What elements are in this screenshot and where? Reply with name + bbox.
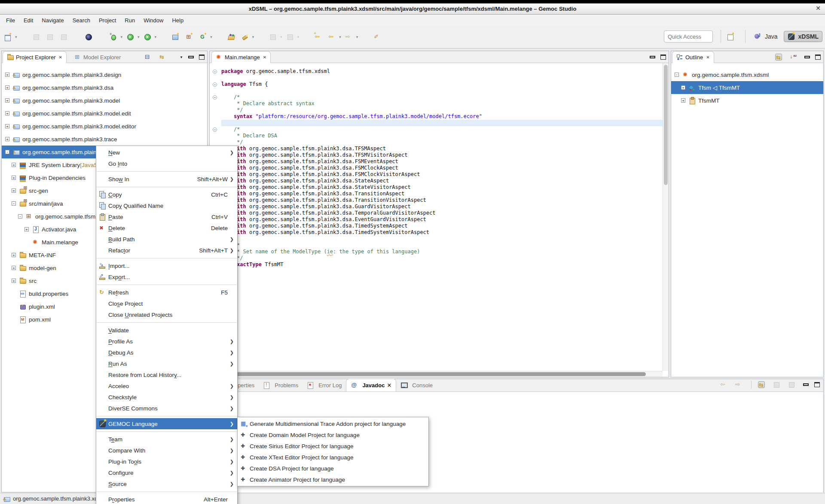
search-button[interactable]: ▾ — [241, 32, 255, 42]
tree-row[interactable]: +TfsmMT — [671, 94, 823, 107]
submenu-item-create-sirius-editor-project-for-language[interactable]: Create Sirius Editor Project for languag… — [238, 440, 428, 452]
menu-item-properties[interactable]: PropertiesAlt+Enter — [96, 494, 237, 504]
chevron-down-icon[interactable]: ▾ — [252, 35, 254, 39]
fold-collapse-icon[interactable] — [213, 82, 217, 87]
tab-javadoc[interactable]: Javadoc✕ — [346, 379, 396, 392]
tree-row[interactable]: +org.gemoc.sample.tfsm.plaink3.model.edi… — [2, 107, 207, 120]
expander-icon[interactable]: + — [5, 98, 9, 103]
editor-horizontal-scrollbar[interactable] — [210, 371, 663, 377]
tree-row[interactable]: -org.gemoc.sample.tfsm.xdsml — [671, 68, 823, 81]
tab-project-explorer[interactable]: Project Explorer ✕ — [3, 51, 67, 63]
collapse-all-icon[interactable] — [144, 54, 151, 61]
menu-item-delete[interactable]: DeleteDelete — [96, 222, 237, 234]
menu-item-import-[interactable]: Import... — [96, 260, 237, 271]
open-perspective-button[interactable] — [726, 32, 737, 41]
run-button[interactable]: ▾ — [126, 32, 141, 42]
run-external-tools-button[interactable]: ▾ — [143, 32, 158, 42]
expander-icon[interactable]: - — [5, 150, 9, 154]
sort-icon[interactable] — [790, 54, 797, 61]
expander-icon[interactable]: + — [5, 111, 9, 115]
expander-icon[interactable]: + — [5, 124, 9, 128]
tree-row[interactable]: +org.gemoc.sample.tfsm.plaink3.dsa — [2, 81, 207, 94]
menu-item-gemoc-language[interactable]: GEMOC Language❯ — [96, 418, 237, 429]
menu-item-copy[interactable]: CopyCtrl+C — [96, 189, 237, 200]
menu-item-acceleo[interactable]: Acceleo❯ — [96, 380, 237, 392]
quick-access-input[interactable] — [664, 30, 713, 43]
menu-item-validate[interactable]: Validate — [96, 325, 237, 336]
submenu-item-create-xtext-editor-project-for-language[interactable]: Create XText Editor Project for language — [238, 452, 428, 463]
menu-help[interactable]: Help — [168, 16, 188, 25]
external-planet-button[interactable] — [84, 32, 95, 42]
expander-icon[interactable]: + — [24, 227, 29, 231]
chevron-down-icon[interactable]: ▾ — [210, 35, 212, 39]
expander-icon[interactable]: + — [5, 73, 9, 77]
tab-model-explorer[interactable]: Model Explorer — [70, 51, 125, 63]
open-input-icon[interactable] — [788, 381, 795, 388]
tree-row[interactable]: +Tfsm ◁ TfsmMT — [671, 81, 823, 94]
minimize-icon[interactable] — [650, 56, 655, 58]
menu-edit[interactable]: Edit — [19, 16, 37, 25]
expander-icon[interactable]: + — [12, 163, 16, 167]
expander-icon[interactable]: - — [675, 73, 679, 77]
menu-item-build-path[interactable]: Build Path❯ — [96, 234, 237, 245]
close-icon[interactable]: ✕ — [387, 382, 391, 389]
chevron-down-icon[interactable]: ▾ — [297, 35, 299, 39]
maximize-icon[interactable] — [660, 55, 666, 60]
expander-icon[interactable]: + — [12, 188, 16, 193]
tab-console[interactable]: Console — [396, 379, 437, 392]
link-with-editor-icon[interactable] — [159, 54, 166, 61]
chevron-down-icon[interactable]: ▾ — [121, 35, 123, 39]
tab-outline[interactable]: Outline ✕ — [672, 51, 714, 63]
window-close-button[interactable]: ✕ — [816, 5, 821, 12]
expander-icon[interactable]: + — [12, 176, 16, 180]
menu-item-debug-as[interactable]: Debug As❯ — [96, 347, 237, 358]
submenu-item-generate-multidimensional-trace-addon-project-for-language[interactable]: Generate Multidimensional Trace Addon pr… — [238, 418, 428, 429]
perspective-xdsml[interactable]: xDSML — [784, 31, 822, 42]
fold-collapse-icon[interactable] — [213, 95, 217, 100]
perspective-java[interactable]: Java — [751, 31, 781, 42]
forward-button[interactable]: ▾ — [345, 32, 359, 42]
fold-collapse-icon[interactable] — [213, 70, 217, 74]
editor-body[interactable]: package org.gemoc.sample.tfsm.xdsmllangu… — [210, 63, 669, 377]
back-button[interactable]: ▾ — [327, 32, 342, 42]
tab-main-melange[interactable]: Main.melange ✕ — [211, 51, 271, 63]
expander-icon[interactable]: + — [681, 85, 685, 90]
chevron-down-icon[interactable]: ▾ — [280, 35, 282, 39]
tab-error-log[interactable]: Error Log — [302, 379, 346, 392]
menu-search[interactable]: Search — [68, 16, 95, 25]
forward-icon[interactable] — [735, 381, 742, 388]
close-icon[interactable]: ✕ — [58, 55, 62, 60]
debug-button[interactable]: ▾ — [109, 32, 124, 42]
new-package-button[interactable] — [185, 32, 196, 42]
new-melange-project-button[interactable] — [171, 32, 182, 42]
tree-row[interactable]: +org.gemoc.sample.tfsm.plaink3.trace — [2, 133, 207, 146]
maximize-icon[interactable] — [814, 382, 820, 387]
menu-item-source[interactable]: Source❯ — [96, 478, 237, 489]
menu-item-show-in[interactable]: Show InShift+Alt+W❯ — [96, 173, 237, 185]
back-icon[interactable] — [720, 381, 727, 388]
link-with-editor-icon[interactable] — [775, 54, 782, 61]
expander-icon[interactable]: + — [12, 266, 16, 270]
expander-icon[interactable]: + — [681, 98, 685, 103]
maximize-icon[interactable] — [199, 55, 205, 60]
expander-icon[interactable]: + — [5, 137, 9, 141]
menu-item-go-into[interactable]: Go Into — [96, 158, 237, 169]
expander-icon[interactable]: - — [18, 214, 22, 219]
menu-item-restore-from-local-history-[interactable]: Restore from Local History... — [96, 369, 237, 380]
menu-item-close-project[interactable]: Close Project — [96, 298, 237, 309]
open-type-button[interactable] — [227, 32, 238, 42]
expander-icon[interactable]: - — [12, 201, 16, 206]
menu-item-close-unrelated-projects[interactable]: Close Unrelated Projects — [96, 309, 237, 320]
menu-item-export-[interactable]: Export... — [96, 271, 237, 282]
expander-icon[interactable]: + — [12, 253, 16, 257]
menu-item-team[interactable]: Team❯ — [96, 434, 237, 445]
minimize-icon[interactable] — [803, 383, 809, 386]
view-menu-icon[interactable]: ▼ — [180, 55, 183, 59]
menu-project[interactable]: Project — [95, 16, 120, 25]
tree-row[interactable]: +org.gemoc.sample.tfsm.plaink3.model.edi… — [2, 120, 207, 133]
menu-item-plug-in-tools[interactable]: Plug-in Tools❯ — [96, 456, 237, 467]
chevron-down-icon[interactable]: ▾ — [138, 35, 140, 39]
menu-item-copy-qualified-name[interactable]: Copy Qualified Name — [96, 200, 237, 211]
editor-vertical-scrollbar[interactable] — [663, 63, 669, 371]
code-area[interactable]: package org.gemoc.sample.tfsm.xdsmllangu… — [221, 63, 663, 268]
